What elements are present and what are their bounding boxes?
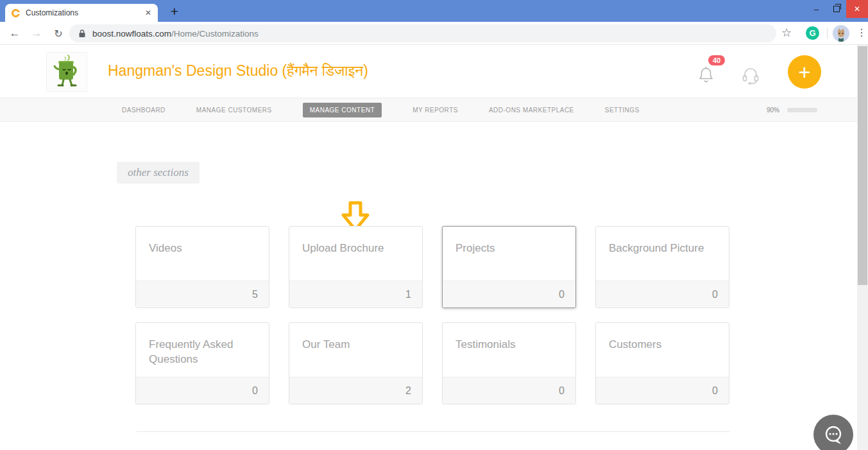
business-name-title: Hangman's Design Studio (हैंगमैन डिजाइन) — [108, 62, 368, 80]
mug-character-logo-icon — [49, 53, 85, 91]
section-divider — [137, 431, 729, 432]
close-button[interactable]: ✕ — [846, 0, 868, 18]
card-testimonials[interactable]: Testimonials 0 — [442, 322, 576, 404]
chat-bubble-icon — [821, 422, 846, 447]
card-videos[interactable]: Videos 5 — [135, 226, 269, 308]
chat-support-button[interactable] — [813, 415, 853, 450]
back-button[interactable]: ← — [6, 25, 23, 42]
nav-item-settings[interactable]: SETTINGS — [605, 107, 640, 114]
card-count: 0 — [443, 377, 575, 404]
lock-icon[interactable] — [78, 29, 86, 39]
card-projects[interactable]: Projects 0 — [442, 226, 576, 308]
profile-avatar[interactable] — [833, 25, 849, 42]
url-path: /Home/Customizations — [171, 29, 259, 39]
notifications-button[interactable] — [699, 65, 713, 86]
grammarly-extension-icon[interactable]: G — [806, 26, 819, 40]
toolbar-separator — [827, 28, 828, 39]
profile-progress-bar — [787, 108, 817, 112]
browser-toolbar: ← → ↻ boost.nowfloats.com/Home/Customiza… — [0, 22, 868, 45]
card-title: Customers — [596, 323, 729, 352]
card-title: Frequently Asked Questions — [136, 323, 269, 367]
card-count: 0 — [596, 377, 729, 404]
section-cards-grid: Videos 5 Upload Brochure 1 Projects 0 Ba… — [135, 226, 729, 404]
reload-button[interactable]: ↻ — [50, 25, 67, 42]
card-title: Upload Brochure — [289, 227, 422, 256]
window-controls: – ✕ — [806, 0, 868, 18]
page-content: Hangman's Design Studio (हैंगमैन डिजाइन)… — [0, 45, 857, 450]
card-title: Videos — [136, 227, 269, 256]
nav-item-manage-customers[interactable]: MANAGE CUSTOMERS — [196, 107, 272, 114]
bell-icon — [699, 65, 713, 83]
card-customers[interactable]: Customers 0 — [595, 322, 729, 404]
card-title: Projects — [443, 227, 575, 256]
address-bar[interactable]: boost.nowfloats.com/Home/Customizations — [69, 24, 776, 42]
site-favicon-icon — [12, 9, 20, 17]
nav-item-my-reports[interactable]: MY REPORTS — [413, 107, 458, 114]
card-title: Our Team — [289, 323, 422, 352]
card-upload-brochure[interactable]: Upload Brochure 1 — [289, 226, 423, 308]
tab-close-icon[interactable]: ✕ — [145, 8, 151, 17]
card-background-picture[interactable]: Background Picture 0 — [595, 226, 729, 308]
browser-window: Customizations ✕ + – ✕ ← → ↻ boost.nowfl… — [0, 0, 868, 450]
minimize-button[interactable]: – — [806, 0, 826, 18]
card-our-team[interactable]: Our Team 2 — [289, 322, 423, 404]
card-count: 0 — [443, 281, 575, 307]
url-text: boost.nowfloats.com/Home/Customizations — [92, 29, 259, 39]
nav-item-addons-marketplace[interactable]: ADD-ONS MARKETPLACE — [489, 107, 574, 114]
restore-button[interactable] — [826, 0, 846, 18]
browser-tab[interactable]: Customizations ✕ — [5, 4, 158, 22]
notification-count-badge: 40 — [708, 55, 725, 65]
browser-titlebar: Customizations ✕ + – ✕ — [0, 0, 868, 22]
profile-completion: 90% — [767, 98, 817, 121]
tab-title: Customizations — [26, 8, 141, 17]
forward-button: → — [28, 25, 45, 42]
card-count: 1 — [289, 281, 422, 307]
card-count: 0 — [136, 377, 269, 404]
business-logo[interactable] — [46, 52, 87, 92]
section-label: other sections — [117, 162, 200, 184]
restore-icon — [833, 6, 840, 12]
card-title: Testimonials — [443, 323, 575, 352]
headset-icon — [741, 66, 760, 85]
scrollbar-thumb[interactable] — [858, 46, 867, 285]
nav-item-dashboard[interactable]: DASHBOARD — [122, 107, 166, 114]
bookmark-star-icon[interactable]: ☆ — [781, 26, 792, 40]
card-count: 2 — [289, 377, 422, 404]
add-content-button[interactable]: + — [788, 55, 821, 89]
profile-completion-label: 90% — [767, 107, 779, 114]
card-count: 0 — [596, 281, 729, 307]
new-tab-button[interactable]: + — [166, 3, 183, 21]
card-frequently-asked-questions[interactable]: Frequently Asked Questions 0 — [135, 322, 269, 404]
card-title: Background Picture — [596, 227, 729, 256]
card-count: 5 — [136, 281, 269, 307]
support-button[interactable] — [741, 66, 760, 88]
nav-item-manage-content[interactable]: MANAGE CONTENT — [303, 103, 382, 117]
page-scrollbar[interactable] — [857, 45, 868, 450]
browser-menu-icon[interactable]: ⋮ — [856, 26, 867, 39]
url-domain: boost.nowfloats.com — [92, 29, 171, 39]
main-navigation: DASHBOARD MANAGE CUSTOMERS MANAGE CONTEN… — [0, 98, 857, 122]
